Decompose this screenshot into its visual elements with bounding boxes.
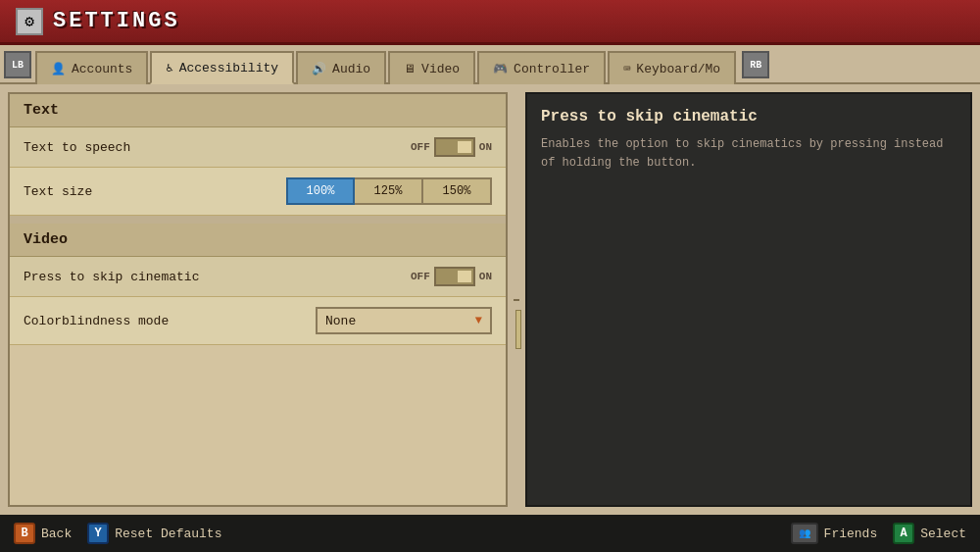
audio-icon: 🔊 bbox=[312, 62, 326, 76]
colorblindness-row: Colorblindness mode None ▼ bbox=[10, 297, 506, 345]
dropdown-arrow-icon: ▼ bbox=[475, 314, 482, 327]
text-size-row: Text size 100% 125% 150% bbox=[10, 168, 506, 216]
skip-cinematic-label: Press to skip cinematic bbox=[24, 270, 199, 284]
video-tab-icon: 🖥 bbox=[404, 62, 416, 76]
section-gap bbox=[10, 216, 506, 224]
select-label: Select bbox=[920, 527, 966, 541]
skip-toggle-off-label: OFF bbox=[411, 271, 430, 282]
settings-panel: Text Text to speech OFF ON Text size 100… bbox=[8, 92, 508, 507]
tab-accounts-label: Accounts bbox=[72, 62, 132, 76]
size-btn-150[interactable]: 150% bbox=[423, 177, 492, 205]
tabs-container: LB 👤 Accounts ♿ Accessibility 🔊 Audio 🖥 … bbox=[0, 45, 980, 84]
skip-toggle-knob bbox=[457, 270, 472, 283]
friends-badge: 👥 bbox=[791, 523, 818, 544]
toggle-switch[interactable] bbox=[434, 137, 475, 157]
skip-cinematic-toggle[interactable]: OFF ON bbox=[411, 267, 492, 286]
toggle-on-label: ON bbox=[479, 141, 492, 153]
settings-icon: ⚙ bbox=[16, 8, 43, 35]
accounts-icon: 👤 bbox=[51, 62, 66, 76]
page-title: SETTINGS bbox=[53, 9, 180, 33]
controller-icon: 🎮 bbox=[493, 62, 508, 76]
reset-label: Reset Defaults bbox=[115, 527, 221, 541]
back-label: Back bbox=[41, 527, 72, 541]
accessibility-icon: ♿ bbox=[166, 61, 172, 75]
text-size-group: 100% 125% 150% bbox=[286, 177, 492, 205]
tab-audio[interactable]: 🔊 Audio bbox=[296, 51, 386, 84]
tab-video[interactable]: 🖥 Video bbox=[388, 51, 475, 84]
colorblindness-dropdown[interactable]: None ▼ bbox=[316, 307, 492, 334]
tab-audio-label: Audio bbox=[332, 62, 370, 76]
bottom-left-buttons: B Back Y Reset Defaults bbox=[14, 523, 221, 544]
toggle-off-label: OFF bbox=[411, 141, 430, 153]
tab-controller[interactable]: 🎮 Controller bbox=[477, 51, 606, 84]
info-description: Enables the option to skip cinematics by… bbox=[541, 135, 956, 173]
reset-defaults-button[interactable]: Y Reset Defaults bbox=[87, 523, 221, 544]
rb-button[interactable]: RB bbox=[742, 51, 769, 78]
scroll-track[interactable] bbox=[514, 299, 519, 301]
header: ⚙ SETTINGS bbox=[0, 0, 980, 45]
text-to-speech-row: Text to speech OFF ON bbox=[10, 127, 506, 168]
a-badge: A bbox=[893, 523, 914, 544]
y-badge: Y bbox=[87, 523, 109, 544]
keyboard-icon: ⌨ bbox=[623, 62, 630, 76]
video-section-header: Video bbox=[10, 224, 506, 257]
info-panel: Press to skip cinematic Enables the opti… bbox=[525, 92, 972, 507]
tab-keyboard[interactable]: ⌨ Keyboard/Mo bbox=[608, 51, 736, 84]
skip-toggle-on-label: ON bbox=[479, 271, 492, 282]
tab-keyboard-label: Keyboard/Mo bbox=[636, 62, 720, 76]
bottom-right-buttons: 👥 Friends A Select bbox=[791, 523, 966, 544]
friends-button[interactable]: 👥 Friends bbox=[791, 523, 878, 544]
skip-toggle-switch[interactable] bbox=[434, 267, 475, 286]
colorblindness-label: Colorblindness mode bbox=[24, 314, 169, 328]
b-badge: B bbox=[14, 523, 35, 544]
lb-button[interactable]: LB bbox=[4, 51, 31, 78]
tab-accessibility[interactable]: ♿ Accessibility bbox=[150, 51, 294, 84]
toggle-knob bbox=[457, 140, 472, 154]
size-btn-100[interactable]: 100% bbox=[286, 177, 355, 205]
dropdown-value: None bbox=[325, 314, 356, 328]
tab-accessibility-label: Accessibility bbox=[179, 61, 278, 75]
tab-controller-label: Controller bbox=[514, 62, 590, 76]
main-content: Text Text to speech OFF ON Text size 100… bbox=[0, 84, 980, 515]
tab-accounts[interactable]: 👤 Accounts bbox=[35, 51, 148, 84]
text-section-header: Text bbox=[10, 94, 506, 127]
info-title: Press to skip cinematic bbox=[541, 108, 956, 125]
scroll-thumb[interactable] bbox=[515, 310, 521, 349]
friends-label: Friends bbox=[824, 527, 878, 541]
select-button[interactable]: A Select bbox=[893, 523, 966, 544]
text-to-speech-toggle[interactable]: OFF ON bbox=[411, 137, 492, 157]
skip-cinematic-row: Press to skip cinematic OFF ON bbox=[10, 257, 506, 297]
bottom-bar: B Back Y Reset Defaults 👥 Friends A Sele… bbox=[0, 515, 980, 552]
text-to-speech-label: Text to speech bbox=[24, 140, 130, 155]
size-btn-125[interactable]: 125% bbox=[355, 177, 423, 205]
tab-video-label: Video bbox=[421, 62, 460, 76]
back-button[interactable]: B Back bbox=[14, 523, 72, 544]
scrollbar-area[interactable] bbox=[514, 92, 519, 507]
text-size-label: Text size bbox=[24, 184, 92, 199]
